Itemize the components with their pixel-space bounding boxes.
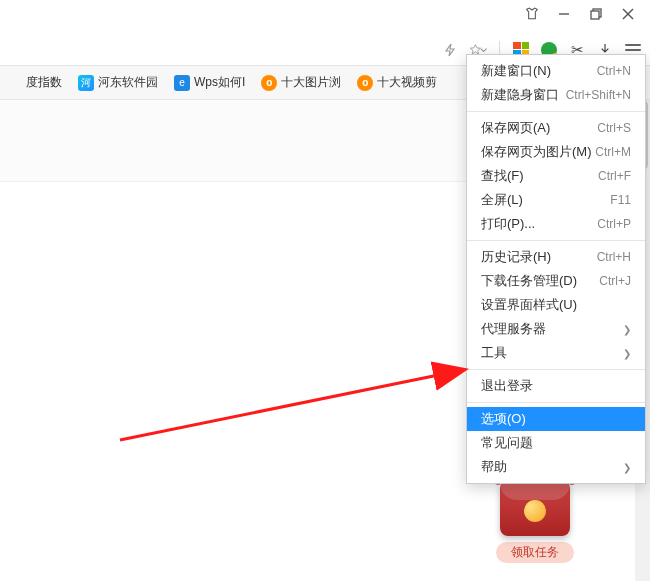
bookmark-item[interactable]: 河 河东软件园 [78, 74, 158, 91]
menu-item-shortcut: Ctrl+S [597, 121, 631, 135]
menu-item-label: 保存网页为图片(M) [481, 143, 592, 161]
menu-item[interactable]: 历史记录(H)Ctrl+H [467, 245, 645, 269]
menu-item[interactable]: 常见问题 [467, 431, 645, 455]
bookmark-favicon: o [261, 75, 277, 91]
submenu-arrow-icon: ❯ [623, 324, 631, 335]
menu-item[interactable]: 打印(P)...Ctrl+P [467, 212, 645, 236]
bookmark-label: 十大图片浏 [281, 74, 341, 91]
submenu-arrow-icon: ❯ [623, 462, 631, 473]
menu-item[interactable]: 下载任务管理(D)Ctrl+J [467, 269, 645, 293]
menu-item-shortcut: Ctrl+H [597, 250, 631, 264]
bookmark-favicon [6, 75, 22, 91]
bookmark-favicon: o [357, 75, 373, 91]
menu-item-label: 帮助 [481, 458, 507, 476]
menu-item[interactable]: 退出登录 [467, 374, 645, 398]
menu-separator [467, 111, 645, 112]
menu-item-label: 退出登录 [481, 377, 533, 395]
menu-item-label: 全屏(L) [481, 191, 523, 209]
menu-item-shortcut: Ctrl+N [597, 64, 631, 78]
menu-item-label: 工具 [481, 344, 507, 362]
menu-item-label: 常见问题 [481, 434, 533, 452]
menu-item[interactable]: 保存网页为图片(M)Ctrl+M [467, 140, 645, 164]
menu-item-label: 新建窗口(N) [481, 62, 551, 80]
bookmark-label: 河东软件园 [98, 74, 158, 91]
menu-item-label: 选项(O) [481, 410, 526, 428]
menu-item[interactable]: 代理服务器❯ [467, 317, 645, 341]
minimize-button[interactable] [550, 0, 578, 28]
menu-item[interactable]: 选项(O) [467, 407, 645, 431]
menu-item[interactable]: 工具❯ [467, 341, 645, 365]
menu-item[interactable]: 新建隐身窗口Ctrl+Shift+N [467, 83, 645, 107]
bookmark-item[interactable]: 度指数 [6, 74, 62, 91]
menu-separator [467, 402, 645, 403]
bookmark-favicon: 河 [78, 75, 94, 91]
menu-item-shortcut: Ctrl+Shift+N [566, 88, 631, 102]
restore-button[interactable] [582, 0, 610, 28]
promo-cta[interactable]: 领取任务 [496, 542, 574, 563]
svg-rect-2 [591, 11, 599, 19]
menu-item-label: 设置界面样式(U) [481, 296, 577, 314]
menu-item[interactable]: 查找(F)Ctrl+F [467, 164, 645, 188]
menu-item[interactable]: 帮助❯ [467, 455, 645, 479]
menu-item-label: 历史记录(H) [481, 248, 551, 266]
close-button[interactable] [614, 0, 642, 28]
bookmark-item[interactable]: o 十大视频剪 [357, 74, 437, 91]
menu-separator [467, 240, 645, 241]
lightning-icon[interactable] [441, 41, 459, 59]
bookmark-item[interactable]: e Wps如何I [174, 74, 245, 91]
main-menu-dropdown: 新建窗口(N)Ctrl+N新建隐身窗口Ctrl+Shift+N保存网页(A)Ct… [466, 54, 646, 484]
menu-item[interactable]: 新建窗口(N)Ctrl+N [467, 59, 645, 83]
menu-item-label: 新建隐身窗口 [481, 86, 559, 104]
menu-item-label: 查找(F) [481, 167, 524, 185]
shirt-extension-icon[interactable] [518, 0, 546, 28]
menu-item-shortcut: Ctrl+F [598, 169, 631, 183]
menu-item-label: 代理服务器 [481, 320, 546, 338]
bookmark-item[interactable]: o 十大图片浏 [261, 74, 341, 91]
menu-item[interactable]: 保存网页(A)Ctrl+S [467, 116, 645, 140]
menu-separator [467, 369, 645, 370]
bookmark-label: 度指数 [26, 74, 62, 91]
menu-item-shortcut: Ctrl+M [595, 145, 631, 159]
red-packet-icon [500, 480, 570, 536]
bookmark-favicon: e [174, 75, 190, 91]
submenu-arrow-icon: ❯ [623, 348, 631, 359]
menu-item-shortcut: Ctrl+J [599, 274, 631, 288]
menu-item-label: 保存网页(A) [481, 119, 550, 137]
menu-item[interactable]: 设置界面样式(U) [467, 293, 645, 317]
menu-item-shortcut: Ctrl+P [597, 217, 631, 231]
menu-item-label: 下载任务管理(D) [481, 272, 577, 290]
bookmark-label: 十大视频剪 [377, 74, 437, 91]
menu-item-shortcut: F11 [610, 193, 631, 207]
menu-item[interactable]: 全屏(L)F11 [467, 188, 645, 212]
bookmark-label: Wps如何I [194, 74, 245, 91]
menu-item-label: 打印(P)... [481, 215, 535, 233]
